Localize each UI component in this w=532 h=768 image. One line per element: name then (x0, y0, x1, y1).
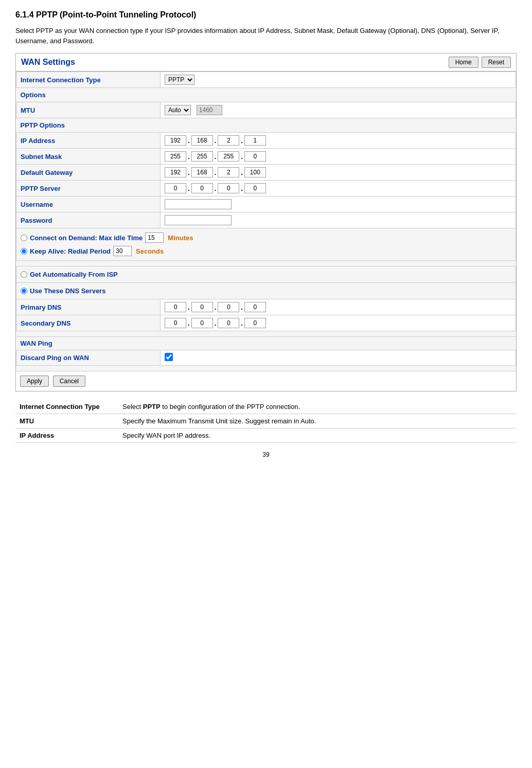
ip-d[interactable] (244, 135, 266, 146)
default-gateway-row: Default Gateway . . . (16, 165, 516, 181)
ip-b[interactable] (191, 135, 213, 146)
dot13: . (188, 303, 190, 311)
dot18: . (241, 319, 243, 327)
mtu-select[interactable]: Auto (165, 105, 191, 115)
keep-alive-radio[interactable] (21, 248, 27, 255)
sm-d[interactable] (244, 151, 266, 162)
default-gateway-group: . . . (165, 167, 511, 177)
ip-address-cell: . . . (161, 133, 516, 149)
pd-d[interactable] (244, 302, 266, 312)
pd-c[interactable] (218, 302, 239, 312)
ip-a[interactable] (165, 135, 186, 146)
ip-address-label: IP Address (16, 133, 161, 149)
password-label: Password (16, 212, 161, 228)
get-auto-radio-row: Get Automatically From ISP (21, 269, 511, 280)
gw-c[interactable] (218, 167, 239, 177)
spacer-row-3 (16, 366, 516, 371)
cancel-button[interactable]: Cancel (53, 376, 85, 387)
info-term: IP Address (15, 428, 118, 443)
secondary-dns-row: Secondary DNS . . . (16, 315, 516, 331)
sd-d[interactable] (244, 318, 266, 328)
get-auto-label: Get Automatically From ISP (30, 271, 118, 278)
reset-button[interactable]: Reset (482, 57, 511, 68)
sm-c[interactable] (218, 151, 239, 162)
use-these-row: Use These DNS Servers (16, 283, 516, 299)
info-desc: Specify the Maximum Transmit Unit size. … (118, 414, 517, 428)
discard-ping-row: Discard Ping on WAN (16, 350, 516, 366)
sm-a[interactable] (165, 151, 186, 162)
pptp-options-header: PPTP Options (16, 118, 516, 133)
ip-address-row: IP Address . . . (16, 133, 516, 149)
password-input[interactable] (165, 215, 232, 225)
keep-alive-row: Keep Alive: Redial Period Seconds (21, 244, 511, 258)
gw-a[interactable] (165, 167, 186, 177)
sd-c[interactable] (218, 318, 239, 328)
connect-demand-radio[interactable] (21, 235, 27, 241)
mtu-input[interactable] (197, 105, 222, 115)
get-auto-cell: Get Automatically From ISP (16, 266, 516, 283)
sd-b[interactable] (191, 318, 213, 328)
connect-demand-label: Connect on Demand: Max idle Time (30, 234, 143, 242)
apply-button[interactable]: Apply (20, 376, 49, 387)
dot11: . (215, 185, 217, 192)
sm-b[interactable] (191, 151, 213, 162)
primary-dns-cell: . . . (161, 299, 516, 315)
get-auto-row: Get Automatically From ISP (16, 266, 516, 283)
gw-d[interactable] (244, 167, 266, 177)
primary-dns-label: Primary DNS (16, 299, 161, 315)
intro-paragraph: Select PPTP as your WAN connection type … (15, 26, 517, 46)
pptp-server-group: . . . (165, 183, 511, 193)
connection-type-label: Internet Connection Type (16, 72, 161, 88)
connect-demand-row: Connect on Demand: Max idle Time Minutes (21, 231, 511, 244)
connection-type-select[interactable]: PPTP (165, 75, 194, 85)
subnet-mask-cell: . . . (161, 149, 516, 165)
mtu-row: MTU Auto (16, 102, 516, 118)
dot12: . (241, 185, 243, 192)
info-desc: Specify WAN port IP address. (118, 428, 517, 443)
get-auto-radio[interactable] (21, 271, 27, 278)
primary-dns-group: . . . (165, 302, 511, 312)
connect-demand-unit: Minutes (168, 234, 193, 242)
default-gateway-label: Default Gateway (16, 165, 161, 181)
home-button[interactable]: Home (449, 57, 478, 68)
username-input[interactable] (165, 199, 232, 209)
info-table-row: IP AddressSpecify WAN port IP address. (15, 428, 517, 443)
pd-b[interactable] (191, 302, 213, 312)
wan-ping-header-row: WAN Ping (16, 337, 516, 350)
discard-ping-checkbox[interactable] (165, 353, 173, 361)
password-row: Password (16, 212, 516, 228)
wan-header-buttons: Home Reset (449, 57, 511, 68)
dot5: . (215, 153, 217, 160)
ip-c[interactable] (218, 135, 239, 146)
wan-settings-box: WAN Settings Home Reset Internet Connect… (15, 53, 517, 391)
connect-demand-input[interactable] (145, 233, 164, 243)
connect-options-row: Connect on Demand: Max idle Time Minutes… (16, 228, 516, 261)
secondary-dns-group: . . . (165, 318, 511, 328)
ps-c[interactable] (218, 183, 239, 193)
use-these-radio[interactable] (21, 288, 27, 294)
default-gateway-cell: . . . (161, 165, 516, 181)
dot14: . (215, 303, 217, 311)
info-term: Internet Connection Type (15, 400, 118, 414)
dot1: . (188, 137, 190, 145)
pptp-server-cell: . . . (161, 181, 516, 197)
dot7: . (188, 169, 190, 176)
sd-a[interactable] (165, 318, 186, 328)
keep-alive-input[interactable] (113, 246, 132, 256)
ps-d[interactable] (244, 183, 266, 193)
mtu-value-cell: Auto (161, 102, 516, 118)
password-cell (161, 212, 516, 228)
wan-header: WAN Settings Home Reset (16, 53, 516, 72)
subnet-mask-label: Subnet Mask (16, 149, 161, 165)
info-table-row: MTUSpecify the Maximum Transmit Unit siz… (15, 414, 517, 428)
primary-dns-row: Primary DNS . . . (16, 299, 516, 315)
username-cell (161, 197, 516, 212)
ps-a[interactable] (165, 183, 186, 193)
pptp-options-header-row: PPTP Options (16, 118, 516, 133)
connect-options-cell: Connect on Demand: Max idle Time Minutes… (16, 228, 516, 261)
ps-b[interactable] (191, 183, 213, 193)
gw-b[interactable] (191, 167, 213, 177)
pd-a[interactable] (165, 302, 186, 312)
subnet-mask-group: . . . (165, 151, 511, 162)
wan-settings-title: WAN Settings (21, 58, 75, 67)
